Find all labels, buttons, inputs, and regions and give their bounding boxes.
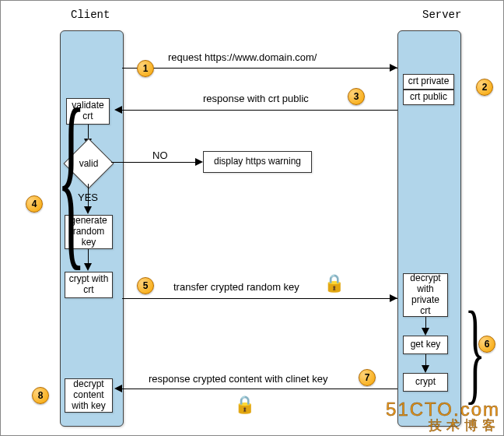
brace-left: {	[57, 79, 86, 312]
msg3-text: response with crt public	[203, 93, 309, 104]
client-label: Client	[71, 9, 110, 21]
msg1-arrow	[390, 64, 397, 72]
step-1: 1	[137, 60, 154, 77]
get-key-box: get key	[403, 336, 448, 354]
watermark-line1: 51CTO.com	[386, 400, 500, 419]
watermark-line2: 技术博客	[386, 419, 500, 432]
g2c-line	[88, 249, 89, 265]
brace-right: }	[464, 294, 485, 409]
crt-public-box: crt public	[403, 90, 454, 105]
msg5-line	[122, 298, 397, 299]
server-label: Server	[422, 9, 461, 21]
msg1-line	[122, 68, 397, 69]
decrypt-private-box: decrypt with private crt	[403, 273, 448, 317]
step-4: 4	[26, 195, 43, 213]
s1-arrow	[422, 328, 429, 336]
decrypt-content-box: decrypt content with key	[65, 378, 113, 413]
crypt-box: crypt	[403, 373, 448, 392]
msg1-text: request https://www.domain.com/	[168, 51, 317, 63]
step-5: 5	[137, 277, 154, 294]
https-handshake-diagram: Client Server request https://www.domain…	[0, 0, 504, 436]
watermark: 51CTO.com 技术博客	[386, 400, 500, 432]
msg5-text: transfer crypted random key	[173, 281, 299, 293]
step-2: 2	[476, 79, 493, 96]
step-3: 3	[348, 88, 365, 105]
no-label: NO	[152, 149, 168, 161]
display-warning-box: display https warning	[203, 151, 312, 173]
no-line	[111, 162, 197, 163]
lock-icon-1: 🔒	[324, 273, 345, 294]
step-8: 8	[32, 387, 49, 404]
msg3-arrow	[114, 106, 122, 114]
msg5-arrow	[390, 294, 397, 302]
msg3-line	[122, 110, 397, 111]
crt-private-box: crt private	[403, 74, 454, 90]
msg7-line	[122, 389, 397, 389]
msg7-text: response crypted content with clinet key	[149, 373, 328, 385]
msg7-arrow	[114, 385, 122, 392]
no-arrow	[195, 158, 203, 166]
step-7: 7	[359, 369, 376, 386]
s2-arrow	[422, 365, 429, 373]
lock-icon-2: 🔒	[234, 395, 255, 415]
